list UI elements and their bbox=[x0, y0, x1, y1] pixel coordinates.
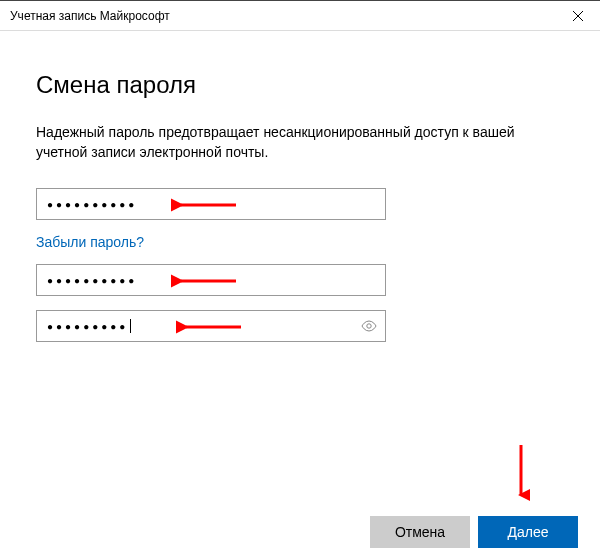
page-description: Надежный пароль предотвращает несанкцион… bbox=[36, 123, 564, 162]
current-password-input[interactable]: ●●●●●●●●●● bbox=[36, 188, 386, 220]
confirm-password-input[interactable]: ●●●●●●●●● bbox=[36, 310, 386, 342]
dialog-window: Учетная запись Майкрософт Смена пароля Н… bbox=[0, 0, 600, 559]
page-title: Смена пароля bbox=[36, 71, 564, 99]
eye-icon bbox=[361, 320, 377, 332]
password-mask: ●●●●●●●●●● bbox=[47, 275, 137, 286]
password-mask: ●●●●●●●●● bbox=[47, 321, 128, 332]
close-icon bbox=[573, 11, 583, 21]
new-password-field-wrap: ●●●●●●●●●● bbox=[36, 264, 564, 296]
footer-buttons: Отмена Далее bbox=[0, 504, 600, 559]
svg-point-6 bbox=[367, 324, 371, 328]
content-area: Смена пароля Надежный пароль предотвраща… bbox=[0, 31, 600, 504]
cancel-button[interactable]: Отмена bbox=[370, 516, 470, 548]
titlebar: Учетная запись Майкрософт bbox=[0, 1, 600, 31]
window-title: Учетная запись Майкрософт bbox=[10, 9, 170, 23]
close-button[interactable] bbox=[555, 1, 600, 31]
new-password-input[interactable]: ●●●●●●●●●● bbox=[36, 264, 386, 296]
current-password-field-wrap: ●●●●●●●●●● bbox=[36, 188, 564, 220]
reveal-password-button[interactable] bbox=[359, 316, 379, 336]
next-button[interactable]: Далее bbox=[478, 516, 578, 548]
confirm-password-field-wrap: ●●●●●●●●● bbox=[36, 310, 564, 342]
text-cursor bbox=[130, 319, 131, 333]
forgot-password-link[interactable]: Забыли пароль? bbox=[36, 234, 564, 250]
password-mask: ●●●●●●●●●● bbox=[47, 199, 137, 210]
